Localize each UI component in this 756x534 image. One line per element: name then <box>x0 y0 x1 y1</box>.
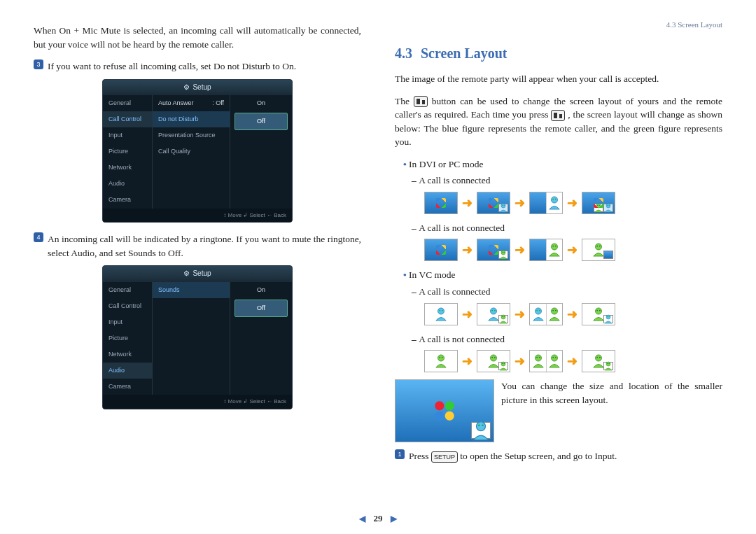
setup-screenshot-sounds: Setup GeneralCall ControlInputPictureNet… <box>102 265 293 409</box>
page-footer: ◀ 29 ▶ <box>0 513 756 524</box>
big-tile <box>395 379 494 442</box>
menu-item[interactable]: Audio <box>103 363 152 379</box>
step-3-text: If you want to refuse all incoming calls… <box>48 59 361 73</box>
submenu-item[interactable]: Presentation Source <box>153 127 230 143</box>
step-badge-1: 1 <box>395 449 405 459</box>
arrow-icon: ➜ <box>514 241 525 259</box>
submenu-item[interactable]: Do not Disturb <box>153 111 230 127</box>
arrow-icon: ➜ <box>514 352 525 370</box>
section-number: 4.3 <box>395 45 412 61</box>
prev-page-icon[interactable]: ◀ <box>354 514 371 524</box>
arrow-icon: ➜ <box>567 352 578 370</box>
menu-item[interactable]: Picture <box>103 143 152 160</box>
intro-text: When On + Mic Mute is selected, an incom… <box>34 24 361 51</box>
menu-item[interactable]: Input <box>103 314 152 330</box>
left-column: When On + Mic Mute is selected, an incom… <box>34 20 361 469</box>
layout-tile <box>582 239 615 261</box>
setup-title: Setup <box>103 80 292 96</box>
right-column: 4.3 Screen Layout 4.3Screen Layout The i… <box>395 20 722 469</box>
layout-icon <box>414 96 428 107</box>
seq-dvi-connected: ➜➜➜ <box>424 192 722 214</box>
layout-tile <box>529 303 563 325</box>
menu-item[interactable]: Camera <box>103 379 152 395</box>
option-item[interactable]: Off <box>234 300 288 317</box>
page-header-breadcrumb: 4.3 Screen Layout <box>395 20 722 31</box>
next-page-icon[interactable]: ▶ <box>385 514 402 524</box>
sub-not-connected: A call is not connected ➜➜➜ <box>412 221 722 262</box>
layout-tile <box>529 350 563 372</box>
arrow-icon: ➜ <box>462 305 472 323</box>
sub-connected-vc: A call is connected ➜➜➜ <box>412 285 722 325</box>
option-item[interactable]: On <box>230 282 292 298</box>
step-3: 3 If you want to refuse all incoming cal… <box>34 59 361 73</box>
arrow-icon: ➜ <box>567 305 578 323</box>
menu-item[interactable]: Picture <box>103 330 152 346</box>
menu-item[interactable]: Camera <box>103 192 152 208</box>
layout-tile <box>424 192 458 214</box>
arrow-icon: ➜ <box>462 241 472 259</box>
layout-tile <box>529 192 563 214</box>
menu-item[interactable]: Call Control <box>103 298 152 314</box>
menu-item[interactable]: Network <box>103 160 152 176</box>
arrow-icon: ➜ <box>462 352 472 370</box>
layout-tile <box>477 192 510 214</box>
submenu-item[interactable]: Auto Answer: Off <box>153 95 230 111</box>
arrow-icon: ➜ <box>462 194 472 212</box>
para-1: The image of the remote party will appea… <box>395 72 722 86</box>
layout-tile <box>582 350 615 372</box>
option-item[interactable]: On <box>230 95 292 111</box>
setup-screenshot-donotdisturb: Setup GeneralCall ControlInputPictureNet… <box>102 79 293 223</box>
setup-footer: ↕ Move ↲ Select ← Back <box>103 209 292 223</box>
submenu-item[interactable]: Sounds <box>153 282 230 298</box>
page-number: 29 <box>374 513 383 524</box>
step-1: 1 Press SETUP to open the Setup screen, … <box>395 449 722 463</box>
layout-tile <box>529 239 563 261</box>
seq-dvi-notconnected: ➜➜➜ <box>424 239 722 261</box>
step-badge-4: 4 <box>34 232 43 242</box>
menu-item[interactable]: Audio <box>103 176 152 192</box>
arrow-icon: ➜ <box>567 241 578 259</box>
section-title: 4.3Screen Layout <box>395 43 722 64</box>
menu-item[interactable]: General <box>103 95 152 111</box>
para-2: The button can be used to change the scr… <box>395 94 722 149</box>
step-badge-3: 3 <box>34 59 43 69</box>
sub-not-connected-vc: A call is not connected ➜➜➜ <box>412 332 722 373</box>
mode-vc: In VC mode A call is connected ➜➜➜ A cal… <box>403 268 722 372</box>
big-layout-example: You can change the size and location of … <box>395 379 722 442</box>
mode-dvi-pc: In DVI or PC mode A call is connected ➜➜… <box>403 157 722 262</box>
big-note: You can change the size and location of … <box>501 379 722 407</box>
arrow-icon: ➜ <box>514 194 525 212</box>
menu-item[interactable]: General <box>103 282 152 298</box>
layout-tile <box>477 303 510 325</box>
section-name: Screen Layout <box>421 45 507 61</box>
setup-title-2: Setup <box>103 266 292 282</box>
layout-tile <box>582 192 615 214</box>
submenu-item[interactable]: Call Quality <box>153 143 230 160</box>
layout-tile <box>424 350 458 372</box>
menu-item[interactable]: Call Control <box>103 111 152 127</box>
layout-tile <box>477 350 510 372</box>
seq-vc-notconnected: ➜➜➜ <box>424 350 722 372</box>
layout-icon <box>551 110 565 121</box>
arrow-icon: ➜ <box>514 305 525 323</box>
layout-tile <box>477 239 510 261</box>
arrow-icon: ➜ <box>567 194 578 212</box>
sub-connected: A call is connected ➜➜➜ <box>412 174 722 214</box>
setup-footer-2: ↕ Move ↲ Select ← Back <box>103 395 292 409</box>
step-4-text: An incoming call will be indicated by a … <box>48 232 361 260</box>
menu-item[interactable]: Input <box>103 127 152 143</box>
layout-tile <box>582 303 615 325</box>
option-item[interactable]: Off <box>234 113 288 130</box>
seq-vc-connected: ➜➜➜ <box>424 303 722 325</box>
setup-button-icon: SETUP <box>431 451 458 463</box>
layout-tile <box>424 239 458 261</box>
layout-tile <box>424 303 458 325</box>
menu-item[interactable]: Network <box>103 346 152 363</box>
step-4: 4 An incoming call will be indicated by … <box>34 232 361 260</box>
